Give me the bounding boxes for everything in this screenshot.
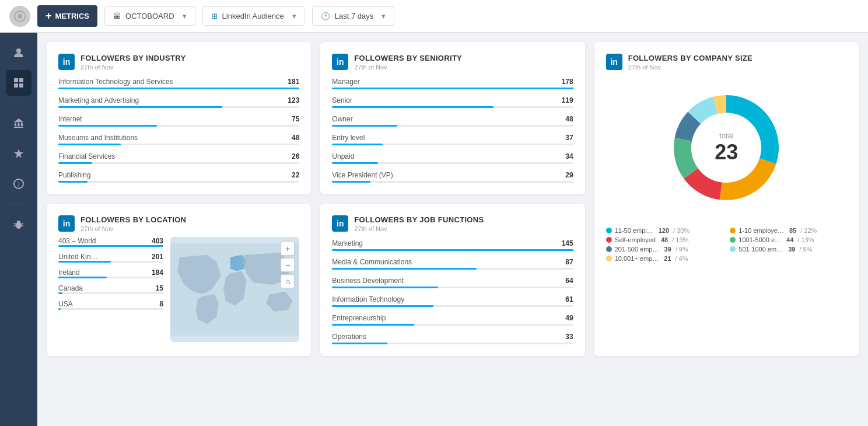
zoom-in-button[interactable]: + bbox=[281, 242, 295, 256]
bar-track bbox=[58, 88, 299, 89]
location-value: 403 bbox=[152, 237, 163, 245]
layout: i in FOLLOWERS BY INDUSTRY 27th of Nov I… bbox=[0, 33, 868, 426]
sidebar-item-bank[interactable] bbox=[6, 110, 32, 136]
bar-value: 75 bbox=[292, 115, 299, 123]
bar-fill bbox=[332, 181, 370, 183]
timerange-dropdown[interactable]: 🕐 Last 7 days ▾ bbox=[312, 6, 395, 26]
bar-track bbox=[332, 106, 573, 108]
bar-value: 34 bbox=[565, 152, 573, 160]
bar-value: 49 bbox=[565, 314, 573, 322]
location-card-title: FOLLOWERS BY LOCATION bbox=[80, 215, 186, 224]
legend-value: 120 bbox=[659, 227, 669, 234]
bar-value: 178 bbox=[562, 78, 573, 86]
legend-item: 10,001+ emp… 21 / 4% bbox=[606, 255, 723, 262]
bar-fill bbox=[58, 106, 222, 108]
bar-row: Business Development 64 bbox=[332, 277, 573, 288]
bar-fill bbox=[332, 106, 494, 108]
bar-fill bbox=[58, 162, 92, 164]
bar-label: Internet bbox=[58, 115, 82, 123]
legend-dot bbox=[606, 246, 612, 252]
jobfunctions-card-date: 27th of Nov bbox=[354, 225, 484, 232]
bar-row: Operations 33 bbox=[332, 333, 573, 344]
donut-center: total 23 bbox=[715, 131, 738, 165]
svg-rect-9 bbox=[18, 123, 20, 126]
svg-rect-4 bbox=[19, 78, 23, 82]
bar-fill bbox=[58, 277, 107, 278]
sidebar-item-user[interactable] bbox=[6, 40, 32, 65]
legend-label: 201-500 emp… bbox=[615, 246, 659, 253]
legend-label: 11-50 empl… bbox=[615, 227, 653, 234]
svg-rect-5 bbox=[14, 83, 18, 88]
location-card-date: 27th of Nov bbox=[80, 225, 186, 232]
bar-label: Marketing and Advertising bbox=[58, 96, 139, 104]
bar-value: 26 bbox=[292, 152, 299, 160]
location-value: 15 bbox=[156, 284, 163, 292]
jobfunctions-card: in FOLLOWERS BY JOB FUNCTIONS 27th of No… bbox=[320, 204, 584, 356]
industry-card: in FOLLOWERS BY INDUSTRY 27th of Nov Inf… bbox=[47, 42, 311, 194]
legend-value: 39 bbox=[788, 246, 795, 253]
jobfunctions-rows: Marketing 145 Media & Communications 87 … bbox=[332, 239, 573, 344]
octoboard-icon: 🏛 bbox=[113, 12, 121, 20]
bar-row: Internet 75 bbox=[58, 115, 299, 127]
bar-track bbox=[332, 181, 573, 183]
bar-row: Entry level 37 bbox=[332, 134, 573, 145]
location-label: Canada bbox=[58, 284, 83, 292]
octoboard-dropdown[interactable]: 🏛 OCTOBOARD ▾ bbox=[104, 6, 195, 26]
companysize-card-date: 27th of Nov bbox=[628, 64, 752, 71]
card-grid: in FOLLOWERS BY INDUSTRY 27th of Nov Inf… bbox=[47, 42, 859, 356]
bar-track bbox=[332, 343, 573, 344]
bar-row: Senior 119 bbox=[332, 96, 573, 108]
bar-track bbox=[58, 106, 299, 108]
bar-track bbox=[332, 268, 573, 270]
bar-track bbox=[332, 125, 573, 127]
bar-track bbox=[58, 162, 299, 164]
seniority-card: in FOLLOWERS BY SENIORITY 27th of Nov Ma… bbox=[320, 42, 584, 194]
sidebar-item-magic[interactable] bbox=[6, 141, 32, 166]
bar-row: Publishing 22 bbox=[58, 171, 299, 183]
legend-dot bbox=[730, 246, 736, 252]
sidebar-item-info[interactable]: i bbox=[6, 171, 32, 197]
bar-row: Unpaid 34 bbox=[332, 152, 573, 164]
bar-row: Owner 48 bbox=[332, 115, 573, 127]
bar-label: Unpaid bbox=[332, 152, 354, 160]
bar-value: 64 bbox=[565, 277, 573, 285]
bar-fill bbox=[332, 125, 397, 127]
home-button[interactable]: ⌂ bbox=[281, 274, 295, 288]
donut-total-value: 23 bbox=[715, 140, 738, 165]
metrics-label: METRICS bbox=[55, 12, 90, 20]
bar-track bbox=[58, 277, 163, 278]
bar-label: Vice President (VP) bbox=[332, 171, 393, 179]
bar-value: 145 bbox=[562, 239, 573, 247]
location-rows: 403 – World 403 United Kin… 201 Ireland … bbox=[58, 237, 163, 342]
bar-label: Senior bbox=[332, 96, 352, 104]
bar-label: Operations bbox=[332, 333, 366, 341]
legend-pct: / 9% bbox=[799, 246, 812, 253]
legend-value: 21 bbox=[664, 255, 671, 262]
bar-row: Marketing and Advertising 123 bbox=[58, 96, 299, 108]
bar-track bbox=[58, 181, 299, 183]
bar-label: Entrepreneurship bbox=[332, 314, 386, 322]
seniority-card-date: 27th of Nov bbox=[354, 64, 462, 71]
metrics-button[interactable]: + METRICS bbox=[37, 5, 97, 27]
zoom-out-button[interactable]: − bbox=[281, 258, 295, 272]
bar-fill bbox=[332, 144, 383, 145]
legend: 11-50 empl… 120 / 30% 1-10 employe… 85 /… bbox=[606, 227, 847, 262]
sidebar: i bbox=[0, 33, 37, 426]
svg-marker-7 bbox=[14, 118, 23, 122]
bar-value: 181 bbox=[288, 78, 299, 86]
legend-label: 1-10 employe… bbox=[738, 227, 784, 234]
svg-line-18 bbox=[22, 224, 23, 224]
topbar: + METRICS 🏛 OCTOBOARD ▾ ⊞ LinkedIn Audie… bbox=[0, 0, 868, 33]
bar-fill bbox=[58, 292, 62, 294]
linkedin-icon-industry: in bbox=[58, 54, 75, 70]
sidebar-item-dashboard[interactable] bbox=[6, 70, 32, 96]
bar-fill bbox=[58, 261, 111, 263]
bar-row: Entrepreneurship 49 bbox=[332, 314, 573, 326]
bar-label: Marketing bbox=[332, 239, 363, 247]
legend-value: 39 bbox=[664, 246, 671, 253]
map-area: + − ⌂ bbox=[170, 237, 299, 342]
linkedin-audience-dropdown[interactable]: ⊞ LinkedIn Audience ▾ bbox=[202, 6, 305, 26]
bar-fill bbox=[58, 308, 61, 310]
legend-dot bbox=[606, 237, 612, 243]
sidebar-item-bug[interactable] bbox=[6, 211, 32, 237]
